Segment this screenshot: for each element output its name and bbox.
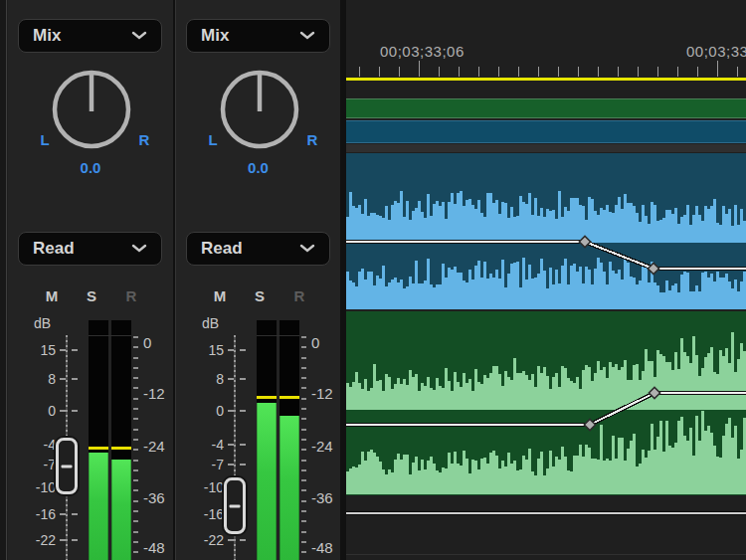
fader-scale-label: -4 bbox=[16, 437, 56, 453]
ruler-tick bbox=[717, 61, 718, 77]
timecode-label: 00;03;33 bbox=[686, 43, 746, 60]
ruler-tick bbox=[538, 67, 539, 77]
meter-right-channel bbox=[111, 320, 131, 560]
fader-scale-label: 8 bbox=[16, 371, 56, 387]
clip-indicator-line bbox=[257, 335, 299, 336]
db-unit-label: dB bbox=[202, 315, 219, 331]
pan-value[interactable]: 0.0 bbox=[8, 159, 173, 176]
record-arm-button[interactable]: R bbox=[119, 287, 143, 304]
track-buttons: M S R bbox=[208, 287, 311, 304]
mixer-channel-strip-1: Mix L R 0.0 Read M S R dB 1580-4-7-10-16… bbox=[8, 0, 173, 560]
ruler-tick bbox=[558, 67, 559, 77]
track-boundary-line bbox=[346, 554, 746, 555]
empty-track-volume-line[interactable] bbox=[346, 511, 746, 515]
waveform bbox=[346, 332, 746, 410]
ruler-tick bbox=[399, 67, 400, 77]
level-meter bbox=[257, 320, 299, 560]
ruler-tick bbox=[697, 67, 698, 77]
timecode-label: 00;03;33;06 bbox=[380, 43, 465, 60]
fader-scale-label: 0 bbox=[16, 403, 56, 419]
chevron-down-icon bbox=[299, 31, 315, 41]
ruler-tick bbox=[578, 67, 579, 77]
ruler-tick bbox=[459, 67, 460, 77]
ruler-tick bbox=[598, 67, 599, 77]
chevron-down-icon bbox=[131, 31, 147, 41]
work-area-bar[interactable] bbox=[346, 78, 746, 81]
ruler-tick bbox=[737, 67, 738, 77]
meter-scale-label: -48 bbox=[143, 539, 165, 556]
chevron-down-icon bbox=[131, 244, 147, 254]
pan-knob[interactable] bbox=[218, 68, 301, 151]
ruler-tick bbox=[379, 67, 380, 77]
meter-left-channel bbox=[89, 320, 108, 560]
clip-bar-teal[interactable] bbox=[346, 120, 746, 143]
audio-mixer-workspace: { "mixer": { "db_label": "dB", "fader_sc… bbox=[0, 0, 746, 560]
meter-scale-label: -36 bbox=[311, 489, 333, 506]
solo-button[interactable]: S bbox=[248, 287, 272, 304]
level-meter bbox=[89, 320, 131, 560]
fader-scale-label: -22 bbox=[184, 532, 224, 548]
panel-left-rail bbox=[0, 0, 7, 560]
fader-scale-label: -7 bbox=[184, 457, 224, 472]
mute-button[interactable]: M bbox=[40, 287, 64, 304]
automation-mode-select[interactable]: Read bbox=[18, 232, 162, 266]
automation-mode-value: Read bbox=[201, 239, 243, 259]
meter-scale-label: 0 bbox=[143, 334, 151, 351]
meter-scale-label: 0 bbox=[311, 334, 319, 351]
meter-scale-label: -48 bbox=[311, 539, 333, 556]
ruler-tick bbox=[439, 67, 440, 77]
input-select-value: Mix bbox=[201, 26, 229, 46]
solo-button[interactable]: S bbox=[80, 287, 103, 304]
ruler-tick bbox=[419, 61, 420, 77]
waveform bbox=[346, 258, 746, 309]
mixer-channel-strip-2: Mix L R 0.0 Read M S R dB 1580-4-7-10-16… bbox=[175, 0, 340, 560]
track-buttons: M S R bbox=[40, 287, 143, 304]
input-select-value: Mix bbox=[33, 26, 61, 46]
ruler-tick bbox=[359, 67, 360, 77]
ruler-tick bbox=[638, 67, 639, 77]
fader-scale-label: 15 bbox=[184, 342, 224, 358]
fader-scale-label: 8 bbox=[184, 371, 224, 387]
meter-scale: 0-12-24-36-48 bbox=[133, 320, 173, 560]
ruler-tick bbox=[478, 67, 479, 77]
meter-scale: 0-12-24-36-48 bbox=[301, 320, 341, 560]
input-assignment-select[interactable]: Mix bbox=[18, 19, 162, 53]
automation-mode-value: Read bbox=[33, 239, 75, 259]
fader-scale-label: 15 bbox=[16, 342, 56, 358]
meter-left-channel bbox=[257, 320, 277, 560]
volume-fader-handle[interactable] bbox=[224, 477, 246, 534]
volume-automation-line[interactable] bbox=[346, 242, 746, 269]
meter-scale-label: -24 bbox=[311, 438, 333, 455]
fader-scale-label: -16 bbox=[184, 506, 224, 522]
waveform bbox=[346, 191, 746, 243]
automation-mode-select[interactable]: Read bbox=[186, 232, 330, 266]
video-clip-bar[interactable] bbox=[346, 98, 746, 118]
mute-button[interactable]: M bbox=[208, 287, 232, 304]
ruler-tick bbox=[618, 67, 619, 77]
ruler-tick bbox=[498, 67, 499, 77]
track-gap bbox=[346, 144, 746, 152]
audio-clip-2[interactable] bbox=[346, 311, 746, 495]
meter-scale-label: -24 bbox=[143, 438, 165, 455]
pan-left-label: L bbox=[34, 131, 56, 148]
pan-knob[interactable] bbox=[50, 68, 133, 151]
fader-scale-label: -10 bbox=[16, 479, 56, 495]
input-assignment-select[interactable]: Mix bbox=[186, 19, 330, 53]
fader-scale-label: -22 bbox=[16, 532, 56, 548]
fader-scale-label: -10 bbox=[184, 479, 224, 495]
volume-fader-handle[interactable] bbox=[56, 438, 78, 494]
fader-scale-label: -16 bbox=[16, 506, 56, 522]
time-ruler[interactable]: 00;03;33;0600;03;33 bbox=[346, 0, 746, 82]
fader-scale-label: -7 bbox=[16, 457, 56, 472]
clip-indicator-line bbox=[89, 335, 131, 336]
pan-right-label: R bbox=[301, 131, 323, 148]
pan-value[interactable]: 0.0 bbox=[176, 159, 340, 176]
ruler-tick bbox=[677, 67, 678, 77]
fader-scale-label: -4 bbox=[184, 437, 224, 453]
record-arm-button[interactable]: R bbox=[287, 287, 311, 304]
timeline-panel: 00;03;33;0600;03;33 bbox=[346, 0, 746, 560]
fader-scale-label: 0 bbox=[184, 403, 224, 419]
meter-scale-label: -12 bbox=[143, 385, 165, 402]
audio-clip-1[interactable] bbox=[346, 153, 746, 309]
meter-scale-label: -36 bbox=[143, 489, 165, 506]
